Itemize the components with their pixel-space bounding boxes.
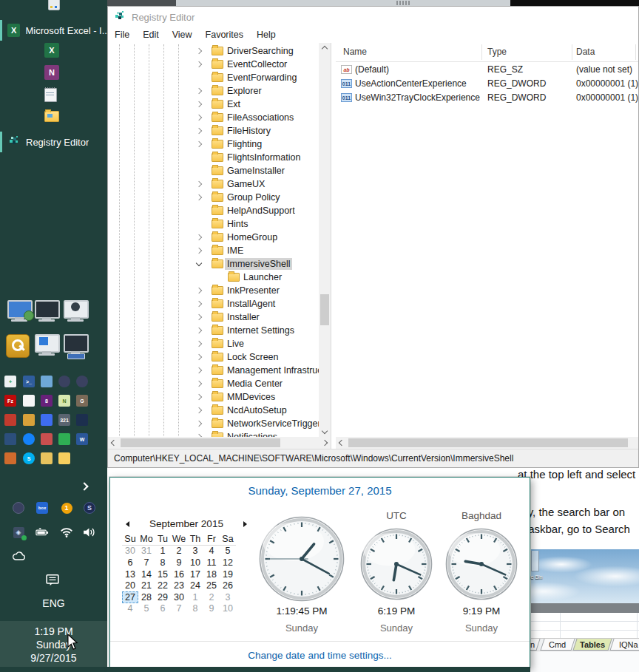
calendar-day-22[interactable]: 22 [155, 580, 171, 591]
calendar-day-30[interactable]: 30 [122, 546, 138, 557]
value-row-usewin32trayclockexperience[interactable]: 011UseWin32TrayClockExperienceREG_DWORD0… [336, 91, 638, 105]
calendar-day-21[interactable]: 21 [138, 580, 155, 591]
tree-item-label[interactable]: MMDevices [225, 391, 277, 403]
desktop-icon-powerpoint-viewer[interactable] [4, 452, 16, 464]
tree-item-gameinstaller[interactable]: GameInstaller [108, 164, 320, 177]
titlebar[interactable]: Registry Editor [108, 7, 638, 27]
menu-help[interactable]: Help [250, 27, 283, 43]
chevron-right-icon[interactable] [196, 367, 202, 373]
tree-item-label[interactable]: NcdAutoSetup [225, 404, 289, 416]
tree-item-label[interactable]: EventForwarding [225, 72, 300, 84]
tree-item-explorer[interactable]: Explorer [108, 84, 320, 98]
action-center-icon[interactable] [46, 574, 59, 589]
tree-item-label[interactable]: Management Infrastructure [225, 364, 320, 376]
calendar-day-20[interactable]: 20 [122, 580, 138, 591]
desktop-icon-certificate-folder[interactable] [41, 452, 53, 464]
tree-item-internet-settings[interactable]: Internet Settings [108, 324, 320, 337]
column-header-type[interactable]: Type [487, 47, 507, 57]
chevron-right-icon[interactable] [196, 421, 202, 427]
calendar-day-9[interactable]: 9 [171, 557, 187, 569]
tray-sync-circle-icon[interactable]: S [83, 501, 96, 515]
tree-item-label[interactable]: Internet Settings [225, 325, 297, 336]
pinned-notepad-icon[interactable] [44, 88, 57, 102]
value-row-useactioncenterexperience[interactable]: 011UseActionCenterExperienceREG_DWORD0x0… [336, 77, 638, 91]
column-header-data[interactable]: Data [576, 47, 595, 57]
desktop-icon-skype[interactable]: S [23, 452, 35, 464]
desktop-icon-movie-maker[interactable]: 321 [58, 414, 70, 426]
tree-item-label[interactable]: FileHistory [225, 125, 273, 137]
desktop-icon-new-document[interactable]: + [4, 376, 16, 387]
scroll-left-arrow[interactable] [336, 437, 348, 449]
tree-item-eventcollector[interactable]: EventCollector [108, 58, 320, 71]
desktop-icon-sync-app[interactable] [58, 433, 70, 445]
calendar-day-3[interactable]: 3 [187, 546, 203, 557]
chevron-right-icon[interactable] [196, 141, 202, 147]
pinned-onenote-icon[interactable]: N [44, 65, 59, 80]
tree-item-label[interactable]: NetworkServiceTriggers [225, 418, 320, 430]
calendar-next-icon[interactable] [243, 521, 247, 527]
tree-item-label[interactable]: HelpAndSupport [225, 205, 297, 217]
tray-volume-icon[interactable] [83, 526, 96, 539]
tree-vertical-scrollbar[interactable] [319, 43, 331, 437]
column-header-name[interactable]: Name [343, 47, 367, 57]
chevron-right-icon[interactable] [196, 341, 202, 347]
desktop-icon-powershell[interactable]: >_ [23, 376, 35, 387]
tree-item-label[interactable]: GameUX [225, 178, 267, 190]
calendar-day-7[interactable]: 7 [138, 557, 155, 569]
tree-item-immersiveshell[interactable]: ImmersiveShell [108, 257, 320, 271]
desktop-icon-paint-palette[interactable] [23, 414, 35, 426]
calendar-day-12[interactable]: 12 [220, 557, 236, 569]
tree-item-homegroup[interactable]: HomeGroup [108, 231, 320, 244]
desktop-icon-retro-console[interactable] [41, 414, 53, 426]
values-header[interactable]: Name Type Data [336, 43, 638, 62]
chevron-right-icon[interactable] [196, 128, 202, 134]
calendar-day-4[interactable]: 4 [203, 546, 220, 557]
tree-item-label[interactable]: Ext [225, 98, 243, 110]
tray-onedrive-icon[interactable] [12, 549, 25, 563]
tree-item-lock-screen[interactable]: Lock Screen [108, 350, 320, 364]
taskbar-button-excel[interactable]: X Microsoft Excel - I... [0, 20, 107, 41]
pinned-excel-icon[interactable]: X [44, 43, 59, 58]
chevron-right-icon[interactable] [196, 61, 202, 67]
tree-item-label[interactable]: IME [225, 245, 246, 257]
chevron-right-icon[interactable] [196, 407, 202, 413]
scroll-down-arrow[interactable] [319, 425, 331, 437]
tree-item-fileassociations[interactable]: FileAssociations [108, 111, 320, 124]
sheet-tab-cmd[interactable]: Cmd [540, 639, 575, 651]
calendar-day-16[interactable]: 16 [171, 569, 187, 580]
desktop-icon-file-folder[interactable] [58, 452, 70, 464]
chevron-right-icon[interactable] [196, 234, 202, 240]
desktop-icon-red-puzzle[interactable] [4, 414, 16, 426]
chevron-right-icon[interactable] [196, 194, 202, 200]
chevron-right-icon[interactable] [196, 301, 202, 307]
calendar-day-7[interactable]: 7 [171, 603, 187, 615]
change-datetime-link[interactable]: Change date and time settings... [248, 650, 391, 661]
tray-notify-badge-1-icon[interactable]: 1 [60, 501, 73, 515]
tree-item-eventforwarding[interactable]: EventForwarding [108, 71, 320, 84]
tree-item-label[interactable]: DriverSearching [225, 45, 296, 57]
scroll-up-arrow[interactable] [319, 43, 331, 55]
tree-item-label[interactable]: FlightsInformation [225, 152, 302, 163]
calendar-day-11[interactable]: 11 [203, 557, 220, 569]
tray-chevron-icon[interactable] [81, 479, 87, 492]
tree-item-label[interactable]: GameInstaller [225, 165, 287, 177]
tree-item-label[interactable]: Installer [225, 311, 262, 323]
desktop-icon-time-zone-1[interactable] [58, 376, 70, 387]
calendar-day-10[interactable]: 10 [220, 603, 236, 615]
desktop-icon-blank-file[interactable] [23, 395, 35, 407]
tree-item-hints[interactable]: Hints [108, 217, 320, 231]
calendar-day-23[interactable]: 23 [171, 580, 187, 591]
tree-item-flightsinformation[interactable]: FlightsInformation [108, 151, 320, 164]
calendar-day-31[interactable]: 31 [138, 546, 155, 557]
calendar-day-10[interactable]: 10 [187, 557, 203, 569]
tree-item-installer[interactable]: Installer [108, 310, 320, 324]
menu-view[interactable]: View [166, 27, 199, 43]
calendar-day-9[interactable]: 9 [203, 603, 220, 615]
calendar-day-8[interactable]: 8 [155, 557, 171, 569]
language-indicator[interactable]: ENG [0, 597, 107, 609]
tree-item-label[interactable]: Launcher [241, 271, 284, 283]
chevron-right-icon[interactable] [196, 288, 202, 293]
calendar-day-2[interactable]: 2 [203, 591, 220, 603]
chevron-right-icon[interactable] [196, 101, 202, 107]
desktop-icon-word[interactable]: W [76, 433, 88, 445]
